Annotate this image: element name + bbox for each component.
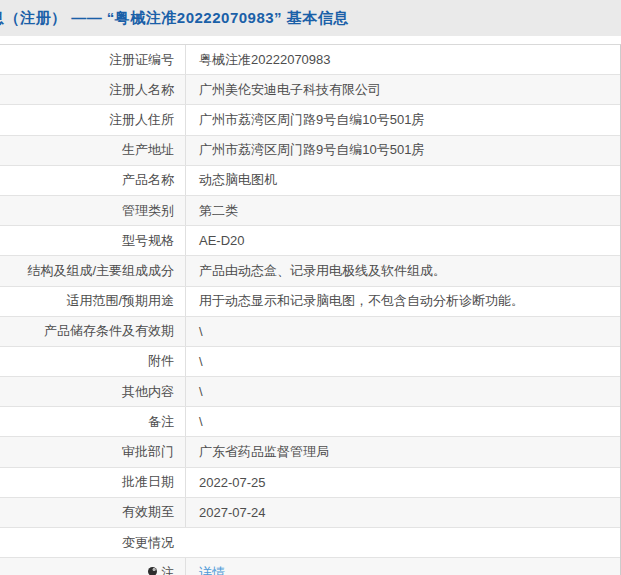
table-row: 注册证编号粤械注准20222070983 [0, 45, 620, 75]
table-row: 有效期至2027-07-24 [0, 498, 620, 528]
row-value [185, 528, 620, 557]
table-row: 审批部门广东省药品监督管理局 [0, 437, 620, 467]
table-row: 型号规格AE-D20 [0, 226, 620, 256]
row-value: 2027-07-24 [185, 498, 620, 527]
row-label: 注册人名称 [0, 81, 185, 99]
table-row: 适用范围/预期用途用于动态显示和记录脑电图，不包含自动分析诊断功能。 [0, 287, 620, 317]
table-row: 注册人名称广州美伦安迪电子科技有限公司 [0, 75, 620, 105]
row-label: 适用范围/预期用途 [0, 292, 185, 310]
row-label: 注册人住所 [0, 111, 185, 129]
row-label: 生产地址 [0, 141, 185, 159]
row-label: 批准日期 [0, 473, 185, 491]
table-row: 附件\ [0, 347, 620, 377]
row-value: \ [185, 377, 620, 406]
page-title-text: （注册） —— “粤械注准20222070983” 基本信息 [5, 9, 349, 26]
row-value: 第二类 [185, 196, 620, 225]
page-header: 息（注册） —— “粤械注准20222070983” 基本信息 [0, 0, 621, 36]
row-label: 注册证编号 [0, 51, 185, 69]
row-label: 产品名称 [0, 171, 185, 189]
row-label: 结构及组成/主要组成成分 [0, 262, 185, 280]
row-label: 注 [0, 564, 185, 575]
row-label: 其他内容 [0, 383, 185, 401]
row-value: 2022-07-25 [185, 468, 620, 497]
table-row: 注详情 [0, 558, 620, 575]
table-row: 备注\ [0, 407, 620, 437]
row-value: AE-D20 [185, 226, 620, 255]
row-value: 广州市荔湾区周门路9号自编10号501房 [185, 136, 620, 165]
row-value: \ [185, 347, 620, 376]
row-label: 管理类别 [0, 202, 185, 220]
row-value: 广州美伦安迪电子科技有限公司 [185, 75, 620, 104]
table-row: 产品储存条件及有效期\ [0, 317, 620, 347]
info-table-body: 注册证编号粤械注准20222070983注册人名称广州美伦安迪电子科技有限公司注… [0, 45, 620, 575]
row-label: 有效期至 [0, 503, 185, 521]
row-label: 型号规格 [0, 232, 185, 250]
balloon-note-icon [148, 567, 158, 575]
page-title: 息（注册） —— “粤械注准20222070983” 基本信息 [0, 9, 349, 28]
table-row: 生产地址广州市荔湾区周门路9号自编10号501房 [0, 136, 620, 166]
table-row: 结构及组成/主要组成成分产品由动态盒、记录用电极线及软件组成。 [0, 256, 620, 286]
row-value: 详情 [185, 558, 620, 575]
row-label: 产品储存条件及有效期 [0, 322, 185, 340]
row-value: \ [185, 317, 620, 346]
table-row: 变更情况 [0, 528, 620, 558]
table-row: 注册人住所广州市荔湾区周门路9号自编10号501房 [0, 105, 620, 135]
table-row: 产品名称动态脑电图机 [0, 166, 620, 196]
row-value: 产品由动态盒、记录用电极线及软件组成。 [185, 256, 620, 285]
row-value: 广州市荔湾区周门路9号自编10号501房 [185, 105, 620, 134]
info-table: 注册证编号粤械注准20222070983注册人名称广州美伦安迪电子科技有限公司注… [0, 44, 621, 575]
row-label: 审批部门 [0, 443, 185, 461]
table-row: 批准日期2022-07-25 [0, 468, 620, 498]
row-value: 粤械注准20222070983 [185, 45, 620, 74]
row-label: 附件 [0, 352, 185, 370]
table-row: 其他内容\ [0, 377, 620, 407]
row-value: 用于动态显示和记录脑电图，不包含自动分析诊断功能。 [185, 287, 620, 316]
table-row: 管理类别第二类 [0, 196, 620, 226]
detail-link[interactable]: 详情 [199, 564, 225, 575]
row-value: \ [185, 407, 620, 436]
row-value: 广东省药品监督管理局 [185, 437, 620, 466]
row-value: 动态脑电图机 [185, 166, 620, 195]
row-label: 备注 [0, 413, 185, 431]
row-label: 变更情况 [0, 534, 185, 552]
